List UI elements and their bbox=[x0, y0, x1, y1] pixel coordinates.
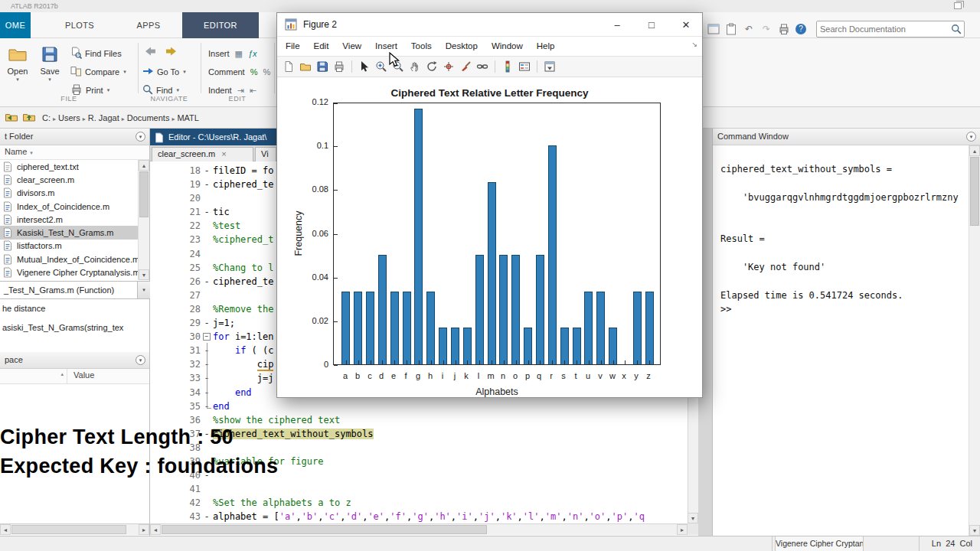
close-button[interactable]: ✕ bbox=[678, 17, 694, 33]
search-icon[interactable] bbox=[951, 24, 962, 37]
print-icon[interactable] bbox=[332, 60, 346, 73]
search-input[interactable] bbox=[820, 22, 946, 36]
name-column-header[interactable]: Name▾ bbox=[0, 145, 149, 160]
command-window-scrollbar[interactable]: ▴ ▾ bbox=[969, 145, 980, 536]
scroll-left-icon[interactable]: ◂ bbox=[150, 524, 161, 535]
code-fold-icon[interactable]: − bbox=[203, 333, 211, 341]
open-button[interactable]: Open ▾ bbox=[3, 43, 32, 92]
figure-menu-edit[interactable]: Edit bbox=[307, 37, 336, 56]
printer-icon[interactable] bbox=[778, 23, 790, 35]
file-item[interactable]: Vigenere Cipher Cryptanalysis.m bbox=[0, 266, 138, 279]
code-line[interactable]: 42%Set the alphabets a to z bbox=[150, 497, 688, 511]
breadcrumb-segment[interactable]: Users bbox=[58, 113, 80, 122]
scroll-right-icon[interactable]: ▸ bbox=[677, 524, 688, 535]
folder-up-icon[interactable] bbox=[22, 111, 36, 125]
code-line[interactable]: 43-alphabet = ['a','b','c','d','e','f','… bbox=[150, 511, 688, 523]
figure-menu-desktop[interactable]: Desktop bbox=[439, 37, 485, 56]
chevron-down-icon[interactable]: ▾ bbox=[137, 282, 150, 298]
workspace-value-column[interactable]: Value bbox=[74, 370, 94, 380]
comment-button[interactable]: Comment % % bbox=[208, 64, 270, 80]
editor-hscrollbar[interactable]: ◂ ▸ bbox=[150, 523, 688, 535]
code-line[interactable]: 41 bbox=[150, 484, 688, 497]
scroll-down-icon[interactable]: ▾ bbox=[688, 513, 698, 523]
scrollbar-thumb[interactable] bbox=[162, 525, 487, 534]
scroll-up-icon[interactable]: ▴ bbox=[969, 145, 980, 156]
menu-curl-icon[interactable]: ↘ bbox=[691, 41, 697, 48]
insert-section-icon[interactable]: ▦ bbox=[235, 49, 243, 59]
link-icon[interactable] bbox=[475, 60, 489, 73]
file-item[interactable]: intersect2.m bbox=[0, 213, 138, 226]
pan-icon[interactable] bbox=[408, 60, 422, 73]
pointer-icon[interactable] bbox=[358, 60, 371, 73]
panel-menu-icon[interactable]: ▾ bbox=[136, 132, 145, 142]
scrollbar-thumb[interactable] bbox=[139, 171, 149, 217]
insert-button[interactable]: Insert ▦ ƒx bbox=[208, 46, 257, 61]
toolstrip-tab-plots[interactable]: PLOTS bbox=[44, 12, 115, 38]
toolstrip-tab-ome[interactable]: OME bbox=[0, 12, 31, 38]
file-item[interactable]: clear_screen.m bbox=[0, 173, 138, 186]
new-file-icon[interactable] bbox=[282, 60, 296, 73]
file-item[interactable]: Mutual_Index_of_Coincidence.m bbox=[0, 253, 138, 266]
window-layout-icon[interactable] bbox=[707, 23, 720, 35]
scroll-up-icon[interactable]: ▴ bbox=[139, 160, 149, 171]
maximize-button[interactable]: □ bbox=[643, 17, 660, 33]
scroll-down-icon[interactable]: ▾ bbox=[969, 525, 980, 536]
breadcrumb-segment[interactable]: C: bbox=[42, 113, 51, 122]
brush-icon[interactable] bbox=[459, 60, 472, 73]
code-line[interactable]: 35-end bbox=[150, 401, 688, 415]
scrollbar-thumb[interactable] bbox=[970, 157, 979, 226]
figure-menu-help[interactable]: Help bbox=[530, 37, 562, 56]
file-item[interactable]: ciphered_text.txt bbox=[0, 160, 138, 173]
breadcrumb-segment[interactable]: Documents bbox=[127, 113, 170, 122]
data-cursor-icon[interactable] bbox=[442, 60, 456, 73]
figure-menu-tools[interactable]: Tools bbox=[404, 37, 439, 56]
indent-left-icon[interactable]: ⇤ bbox=[250, 86, 256, 96]
breadcrumb-segment[interactable]: MATL bbox=[177, 113, 199, 122]
goto-button[interactable]: Go To ▾ bbox=[142, 64, 186, 80]
save-button[interactable]: Save ▾ bbox=[35, 43, 64, 92]
scroll-left-icon[interactable]: ◂ bbox=[0, 524, 11, 535]
file-item[interactable]: listfactors.m bbox=[0, 240, 138, 253]
legend-icon[interactable] bbox=[518, 60, 531, 73]
file-item[interactable]: Kasiski_Test_N_Grams.m bbox=[0, 226, 138, 239]
find-files-button[interactable]: Find Files bbox=[70, 46, 122, 61]
comment-icon[interactable]: % bbox=[250, 67, 258, 77]
toolstrip-tab-apps[interactable]: APPS bbox=[115, 12, 182, 38]
navigate-back-button[interactable] bbox=[144, 44, 158, 60]
zoom-in-icon[interactable] bbox=[374, 60, 388, 73]
command-window-output[interactable]: ciphered_text_without_symbols = 'bvuggar… bbox=[713, 145, 969, 536]
panel-menu-icon[interactable]: ▾ bbox=[136, 355, 145, 365]
indent-right-icon[interactable]: ⇥ bbox=[237, 86, 244, 96]
close-icon[interactable]: × bbox=[221, 149, 226, 158]
file-item[interactable]: Index_of_Coincidence.m bbox=[0, 200, 138, 213]
window-restore-icon[interactable] bbox=[954, 2, 962, 9]
undo-icon[interactable]: ↶ bbox=[743, 23, 755, 35]
file-details-selector[interactable]: _Test_N_Grams.m (Function) ▾ bbox=[0, 281, 150, 299]
navigate-forward-button[interactable] bbox=[164, 44, 178, 60]
file-list-scrollbar[interactable]: ▴ ▾ bbox=[138, 160, 149, 280]
dock-icon[interactable] bbox=[543, 60, 557, 73]
editor-tab[interactable]: clear_screen.m× bbox=[152, 147, 253, 161]
compare-button[interactable]: Compare ▾ bbox=[70, 64, 126, 80]
open-folder-icon[interactable] bbox=[299, 60, 312, 73]
minimize-button[interactable]: – bbox=[609, 17, 626, 33]
panel-menu-icon[interactable]: ▾ bbox=[966, 132, 976, 142]
insert-fx-icon[interactable]: ƒx bbox=[248, 49, 257, 58]
breadcrumb-segment[interactable]: R. Jagat bbox=[88, 113, 119, 122]
save-icon[interactable] bbox=[315, 60, 329, 73]
rotate-icon[interactable] bbox=[425, 60, 439, 73]
redo-icon[interactable]: ↷ bbox=[760, 23, 773, 35]
toolstrip-tab-editor[interactable]: EDITOR bbox=[182, 12, 259, 38]
figure-titlebar[interactable]: Figure 2 – □ ✕ bbox=[277, 13, 702, 37]
figure-menu-view[interactable]: View bbox=[335, 37, 368, 56]
clipboard-icon[interactable] bbox=[725, 23, 737, 35]
help-icon[interactable]: ? bbox=[795, 24, 806, 34]
folder-back-icon[interactable] bbox=[5, 111, 18, 125]
figure-menu-file[interactable]: File bbox=[279, 37, 307, 56]
left-panel-hscrollbar[interactable]: ◂ ▸ bbox=[0, 523, 149, 535]
file-item[interactable]: divisors.m bbox=[0, 187, 138, 200]
scrollbar-thumb[interactable] bbox=[11, 525, 126, 534]
uncomment-icon[interactable]: % bbox=[263, 67, 270, 77]
scroll-right-icon[interactable]: ▸ bbox=[139, 524, 149, 535]
colorbar-icon[interactable] bbox=[501, 60, 514, 73]
